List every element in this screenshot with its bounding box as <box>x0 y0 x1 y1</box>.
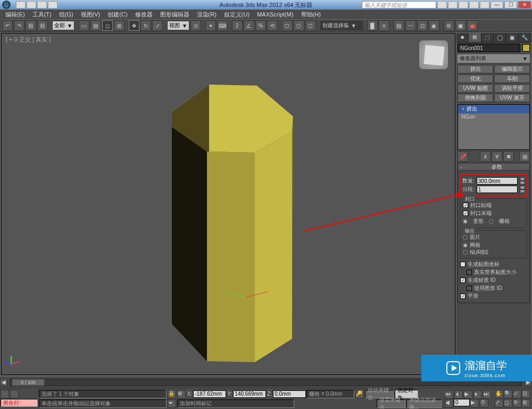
script-btn-2[interactable] <box>10 390 19 398</box>
amount-up[interactable]: ▲ <box>520 177 525 181</box>
key-mode-icon[interactable]: 🔑 <box>355 390 364 398</box>
seg-up[interactable]: ▲ <box>520 186 525 189</box>
tab-motion[interactable]: ◯ <box>494 33 506 42</box>
stack-item-ngon[interactable]: NGon <box>458 113 529 120</box>
object-name-field[interactable]: NGon001 <box>458 44 520 52</box>
menu-views[interactable]: 视图(V) <box>78 10 104 19</box>
amount-spinner[interactable]: 300.0mm <box>477 177 518 185</box>
link-icon[interactable]: ⛓ <box>26 20 36 31</box>
mod-turbosmooth[interactable]: 涡轮平滑 <box>494 84 530 93</box>
transform-gizmo[interactable] <box>225 283 268 310</box>
spinner-snap-icon[interactable]: ⟲ <box>267 20 278 31</box>
genmap-check[interactable] <box>460 262 466 267</box>
script-btn-1[interactable] <box>1 390 9 398</box>
modifier-list-dropdown[interactable]: 修改器列表▼ <box>458 54 530 63</box>
mesh-radio[interactable] <box>463 243 468 248</box>
key-prev-icon[interactable]: ◀ <box>445 399 453 407</box>
add-time-tag[interactable]: 添加时间标记 <box>177 399 294 408</box>
unlink-icon[interactable]: ⛓ <box>37 20 48 31</box>
key-next-icon[interactable]: ▶ <box>470 399 479 407</box>
menu-help[interactable]: 帮助(H) <box>298 10 324 19</box>
lock-icon[interactable]: 🔒 <box>168 390 176 398</box>
qa-open[interactable] <box>27 1 36 9</box>
amount-dn[interactable]: ▼ <box>520 181 525 185</box>
layers-icon[interactable]: ▤ <box>394 20 404 31</box>
named-selection[interactable]: 创建选择集▼ <box>320 21 363 30</box>
undo-icon[interactable]: ↶ <box>2 20 13 31</box>
coord-y[interactable] <box>233 390 266 398</box>
menu-render[interactable]: 渲染(R) <box>194 10 220 19</box>
material-icon[interactable]: ◉ <box>429 20 439 31</box>
help-btn-2[interactable] <box>448 1 458 9</box>
selection-filter[interactable]: 全部▼ <box>52 21 74 30</box>
qa-redo[interactable] <box>48 1 57 9</box>
help-btn-5[interactable] <box>480 1 489 9</box>
nav-zoomall-icon[interactable]: ⊡ <box>522 390 530 398</box>
menu-custom[interactable]: 自定义(U) <box>221 10 253 19</box>
maximize-button[interactable]: ☐ <box>504 1 517 9</box>
object-color-swatch[interactable] <box>522 44 530 52</box>
scale-icon[interactable]: ⤢ <box>152 20 163 31</box>
time-tag-icon[interactable]: ⏷ <box>168 399 176 408</box>
play-start-icon[interactable]: ⏮ <box>445 390 453 399</box>
viewport[interactable]: [ + 0 正交 ] 真实 ] <box>1 33 455 375</box>
frame-input[interactable] <box>454 399 470 406</box>
nav-zoom-icon[interactable]: 🔍 <box>504 390 512 398</box>
nav-fov-icon[interactable]: ▱ <box>513 390 521 398</box>
nav-maxtoggle-icon[interactable]: ⊞ <box>522 399 530 407</box>
stack-show-icon[interactable]: Ⅱ <box>480 151 491 162</box>
snap-2d-icon[interactable]: 2 <box>232 20 243 31</box>
patch-radio[interactable] <box>463 235 468 240</box>
play-next-icon[interactable]: ⏵ <box>473 390 482 399</box>
mirror-icon[interactable]: ▐▌ <box>367 20 378 31</box>
menu-graph[interactable]: 图形编辑器 <box>157 10 193 19</box>
mod-bevelprofile[interactable]: 倒角剖面 <box>458 94 493 102</box>
viewcube[interactable] <box>419 40 448 70</box>
stack-pin-icon[interactable]: 📌 <box>458 151 468 162</box>
menu-create[interactable]: 创建(C) <box>104 10 130 19</box>
render-icon[interactable]: 🫖 <box>467 20 478 31</box>
genmat-check[interactable]: ✓ <box>460 278 466 283</box>
modifier-stack[interactable]: ♀ 挤出 NGon <box>458 104 530 150</box>
manip-icon[interactable]: ✦ <box>205 20 216 31</box>
time-config-icon[interactable]: ⏱ <box>480 399 488 407</box>
menu-tools[interactable]: 工具(T) <box>29 10 55 19</box>
schematic-icon[interactable]: ⊡ <box>417 20 428 31</box>
seg-dn[interactable]: ▼ <box>520 189 525 193</box>
smooth-check[interactable]: ✓ <box>460 294 466 299</box>
snap-angle-icon[interactable]: ∠ <box>244 20 254 31</box>
help-btn-4[interactable] <box>469 1 479 9</box>
mod-editpatch[interactable]: 编辑面片 <box>494 65 530 73</box>
mod-uvwunwrap[interactable]: UVW 展开 <box>494 94 530 102</box>
snap-percent-icon[interactable]: % <box>255 20 266 31</box>
tab-display[interactable]: ▣ <box>506 33 518 42</box>
nurbs-radio[interactable] <box>463 250 468 255</box>
rollout-toggle[interactable]: -参数 <box>458 163 529 171</box>
menu-maxscript[interactable]: MAXScript(M) <box>254 11 296 18</box>
mod-optimize[interactable]: 优化 <box>458 74 493 83</box>
window-crossing-icon[interactable]: ⊞ <box>114 20 124 31</box>
move-icon[interactable]: ✥ <box>129 20 139 31</box>
useshape-check[interactable] <box>467 286 472 291</box>
render-setup-icon[interactable]: ⚙ <box>444 20 454 31</box>
render-frame-icon[interactable]: ▣ <box>455 20 466 31</box>
magnet-1-icon[interactable]: ⬡ <box>282 20 293 31</box>
capend-check[interactable]: ✓ <box>463 211 468 216</box>
segments-spinner[interactable]: 1 <box>477 186 518 193</box>
viewport-label[interactable]: [ + 0 正交 ] 真实 ] <box>6 36 51 44</box>
keyboard-icon[interactable]: ⌨ <box>217 20 228 31</box>
abs-rel-icon[interactable]: ⊕ <box>177 390 186 398</box>
mod-lathe[interactable]: 车削 <box>494 74 530 83</box>
nav-zext-icon[interactable]: ⤢ <box>495 399 503 407</box>
stack-unique-icon[interactable]: ∀ <box>492 151 502 162</box>
ref-coord-system[interactable]: 视图▼ <box>167 21 189 30</box>
mod-uvwmap[interactable]: UVW 贴图 <box>458 84 493 93</box>
mod-extrude[interactable]: 挤出 <box>458 65 493 73</box>
magnet-2-icon[interactable]: ⬡ <box>294 20 304 31</box>
tab-create[interactable]: ✸ <box>456 33 469 42</box>
curve-editor-icon[interactable]: 〰 <box>405 20 416 31</box>
nav-orbit-icon[interactable]: ⟳ <box>513 399 521 407</box>
close-button[interactable]: ✕ <box>518 1 531 9</box>
time-marker[interactable]: 0 / 100 <box>12 379 44 386</box>
morph-radio[interactable] <box>463 219 468 224</box>
